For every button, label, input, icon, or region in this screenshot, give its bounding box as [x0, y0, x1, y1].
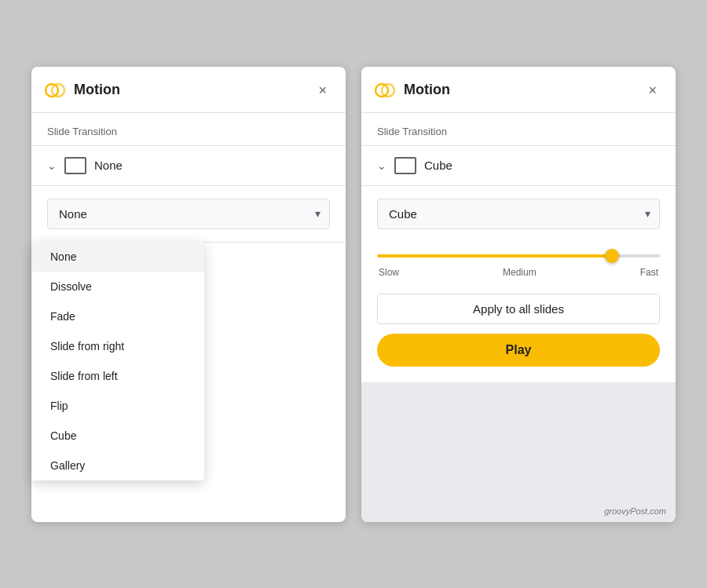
- right-dropdown-wrapper: None Dissolve Fade Slide from right Slid…: [377, 199, 660, 229]
- right-close-button[interactable]: ×: [645, 80, 660, 100]
- slider-slow-label: Slow: [379, 267, 399, 278]
- right-dropdown-area: None Dissolve Fade Slide from right Slid…: [361, 186, 676, 242]
- slider-medium-label: Medium: [503, 267, 537, 278]
- left-dropdown-area: None Dissolve Fade Slide from right Slid…: [31, 186, 346, 242]
- play-button[interactable]: Play: [377, 334, 660, 367]
- menu-item-fade[interactable]: Fade: [31, 301, 204, 331]
- right-panel-title: Motion: [404, 82, 450, 98]
- menu-item-cube[interactable]: Cube: [31, 421, 204, 451]
- menu-item-gallery[interactable]: Gallery: [31, 451, 204, 480]
- menu-item-slide-right[interactable]: Slide from right: [31, 331, 204, 361]
- left-transition-name: None: [94, 159, 123, 172]
- right-title-group: Motion: [374, 79, 450, 101]
- left-transition-row: ⌄ None: [31, 146, 346, 186]
- left-title-group: Motion: [44, 79, 120, 101]
- left-chevron-icon: ⌄: [47, 159, 57, 172]
- left-transition-select[interactable]: None Dissolve Fade Slide from right Slid…: [47, 199, 330, 229]
- menu-item-none[interactable]: None: [31, 242, 204, 272]
- left-close-button[interactable]: ×: [315, 80, 330, 100]
- right-slide-thumbnail: [394, 157, 416, 174]
- right-transition-row: ⌄ Cube: [361, 146, 676, 186]
- apply-all-slides-button[interactable]: Apply to all slides: [377, 294, 660, 324]
- slider-thumb[interactable]: [605, 249, 619, 263]
- speed-slider-track[interactable]: [377, 248, 660, 264]
- right-motion-logo-icon: [374, 79, 396, 101]
- right-panel-header: Motion ×: [361, 67, 676, 113]
- right-transition-name: Cube: [424, 159, 452, 172]
- right-slider-area: Slow Medium Fast: [361, 242, 676, 294]
- left-panel: Motion × Slide Transition ⌄ None None Di…: [31, 67, 346, 522]
- left-slide-thumbnail: [64, 157, 86, 174]
- right-section-label: Slide Transition: [361, 113, 676, 146]
- left-dropdown-wrapper: None Dissolve Fade Slide from right Slid…: [47, 199, 330, 229]
- menu-item-flip[interactable]: Flip: [31, 391, 204, 421]
- watermark: groovyPost.com: [604, 506, 666, 516]
- right-panel-gray-footer: [361, 382, 676, 522]
- left-panel-title: Motion: [74, 82, 120, 98]
- right-panel: Motion × Slide Transition ⌄ Cube None Di…: [361, 67, 676, 522]
- menu-item-dissolve[interactable]: Dissolve: [31, 272, 204, 301]
- right-chevron-icon: ⌄: [377, 159, 386, 172]
- left-section-label: Slide Transition: [31, 113, 346, 146]
- slider-background: [377, 254, 660, 257]
- right-transition-select[interactable]: None Dissolve Fade Slide from right Slid…: [377, 199, 660, 229]
- menu-item-slide-left[interactable]: Slide from left: [31, 361, 204, 391]
- slider-labels: Slow Medium Fast: [377, 267, 660, 278]
- motion-logo-icon: [44, 79, 66, 101]
- left-dropdown-menu: None Dissolve Fade Slide from right Slid…: [31, 242, 204, 480]
- left-panel-header: Motion ×: [31, 67, 346, 113]
- slider-fast-label: Fast: [640, 267, 658, 278]
